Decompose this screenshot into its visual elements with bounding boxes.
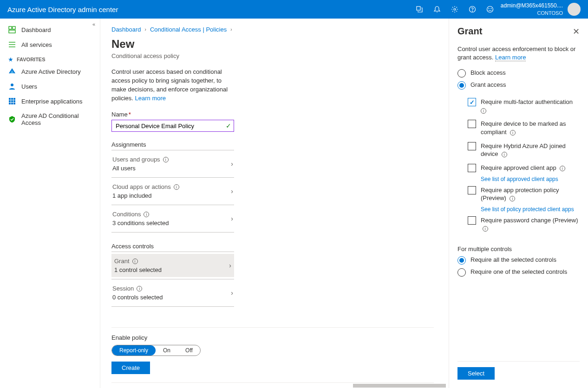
radio-icon: [457, 256, 466, 265]
enable-policy-toggle[interactable]: Report-only On Off: [111, 345, 201, 356]
page-subtitle: Conditional access policy: [111, 52, 434, 59]
svg-rect-25: [13, 103, 15, 104]
dashboard-icon: [8, 26, 16, 33]
checkbox-icon: [468, 98, 476, 106]
sidebar-item-conditional-access[interactable]: Azure AD Conditional Access: [0, 109, 100, 130]
sidebar-item-label: Users: [21, 83, 37, 90]
access-control-grant[interactable]: Grant i 1 control selected ›: [111, 254, 234, 277]
assignment-users-groups[interactable]: Users and groups i All users ›: [111, 152, 234, 175]
sidebar-item-aad[interactable]: Azure Active Directory: [0, 64, 100, 79]
assignments-section-label: Assignments: [111, 141, 234, 148]
page-description: Control user access based on conditional…: [111, 68, 232, 103]
breadcrumb-dashboard[interactable]: Dashboard: [111, 26, 141, 33]
panel-description: Control user access enforcement to block…: [457, 45, 580, 62]
radio-grant-access[interactable]: Grant access: [457, 81, 580, 90]
favorites-label: ★ FAVORITES: [0, 52, 100, 64]
bottom-action-bar: Enable policy Report-only On Off Create: [111, 327, 434, 382]
breadcrumb: Dashboard › Conditional Access | Policie…: [111, 26, 434, 33]
enable-option-off[interactable]: Off: [178, 345, 200, 356]
enable-option-on[interactable]: On: [156, 345, 178, 356]
policy-name-input[interactable]: [111, 120, 234, 132]
grant-panel: Grant ✕ Control user access enforcement …: [449, 19, 588, 388]
help-icon[interactable]: [468, 5, 477, 13]
user-account[interactable]: admin@M365x461550.... CONTOSO: [501, 2, 563, 16]
panel-learn-more-link[interactable]: Learn more: [495, 54, 526, 61]
sidebar-item-all-services[interactable]: All services: [0, 37, 100, 52]
top-header: Azure Active Directory admin center admi…: [0, 0, 588, 19]
enable-policy-label: Enable policy: [111, 334, 434, 341]
protected-apps-link[interactable]: See list of policy protected client apps: [481, 206, 580, 213]
select-button[interactable]: Select: [457, 367, 495, 380]
radio-icon: [457, 268, 466, 277]
info-icon: i: [174, 184, 179, 190]
create-button[interactable]: Create: [111, 362, 150, 374]
chevron-right-icon: ›: [145, 27, 146, 32]
checkbox-icon: [468, 216, 476, 225]
info-icon: i: [510, 196, 515, 201]
access-controls-section-label: Access controls: [111, 243, 234, 250]
directory-switch-icon[interactable]: [415, 5, 424, 13]
panel-title: Grant: [457, 26, 482, 37]
info-icon: i: [483, 226, 488, 232]
breadcrumb-policies[interactable]: Conditional Access | Policies: [150, 26, 227, 33]
enable-option-report-only[interactable]: Report-only: [112, 345, 156, 356]
svg-rect-22: [13, 100, 15, 102]
sidebar-item-label: Enterprise applications: [21, 98, 83, 105]
info-icon: i: [510, 130, 516, 136]
feedback-icon[interactable]: [486, 5, 494, 13]
chevron-right-icon: ›: [231, 188, 233, 195]
all-services-icon: [8, 41, 16, 48]
svg-point-16: [11, 84, 13, 86]
avatar[interactable]: [568, 3, 581, 16]
chevron-right-icon: ›: [231, 160, 233, 168]
svg-rect-24: [11, 103, 13, 104]
info-icon: i: [144, 212, 149, 217]
learn-more-link[interactable]: Learn more: [135, 95, 166, 102]
assignment-cloud-apps[interactable]: Cloud apps or actions i 1 app included ›: [111, 180, 234, 203]
check-require-app-protection[interactable]: Require app protection policy (Preview) …: [468, 186, 580, 202]
collapse-sidebar-icon[interactable]: «: [92, 21, 95, 27]
conditional-access-icon: [8, 116, 16, 123]
assignment-conditions[interactable]: Conditions i 3 conditions selected ›: [111, 207, 234, 230]
info-icon: i: [132, 259, 138, 264]
sidebar-item-users[interactable]: Users: [0, 79, 100, 94]
svg-rect-21: [11, 100, 13, 102]
sidebar-item-label: Azure Active Directory: [21, 68, 81, 75]
checkbox-icon: [468, 142, 476, 150]
check-require-compliant-device[interactable]: Require device to be marked as compliant…: [468, 120, 580, 136]
check-require-mfa[interactable]: Require multi-factor authentication i: [468, 98, 580, 114]
sidebar-item-label: Dashboard: [21, 26, 51, 33]
chevron-right-icon: ›: [231, 289, 233, 297]
checkbox-icon: [468, 164, 476, 172]
svg-rect-23: [9, 103, 11, 104]
radio-require-one[interactable]: Require one of the selected controls: [457, 268, 580, 277]
svg-point-4: [472, 11, 472, 12]
radio-require-all[interactable]: Require all the selected controls: [457, 256, 580, 265]
check-require-approved-app[interactable]: Require approved client app i: [468, 164, 580, 172]
info-icon: i: [560, 166, 565, 171]
chevron-right-icon: ›: [230, 27, 232, 32]
approved-apps-link[interactable]: See list of approved client apps: [481, 176, 580, 182]
sidebar-item-dashboard[interactable]: Dashboard: [0, 22, 100, 37]
svg-rect-19: [13, 98, 15, 100]
app-title: Azure Active Directory admin center: [7, 6, 415, 13]
check-require-hybrid-join[interactable]: Require Hybrid Azure AD joined device i: [468, 142, 580, 158]
access-control-session[interactable]: Session i 0 controls selected ›: [111, 281, 234, 304]
radio-icon: [457, 81, 466, 90]
aad-icon: [8, 68, 16, 75]
svg-rect-10: [9, 30, 15, 33]
star-icon: ★: [8, 57, 13, 63]
users-icon: [8, 83, 16, 90]
sidebar: « Dashboard All services ★ FAVORITES Azu…: [0, 19, 100, 388]
close-icon[interactable]: ✕: [573, 26, 580, 37]
check-require-password-change[interactable]: Require password change (Preview) i: [468, 216, 580, 233]
svg-point-7: [491, 8, 491, 9]
horizontal-scrollbar[interactable]: [111, 382, 434, 388]
svg-rect-0: [417, 6, 420, 10]
sidebar-item-enterprise-apps[interactable]: Enterprise applications: [0, 94, 100, 109]
settings-icon[interactable]: [451, 5, 459, 13]
radio-block-access[interactable]: Block access: [457, 69, 580, 78]
validation-check-icon: ✓: [226, 122, 231, 129]
svg-point-6: [489, 8, 489, 9]
notifications-icon[interactable]: [433, 5, 441, 13]
